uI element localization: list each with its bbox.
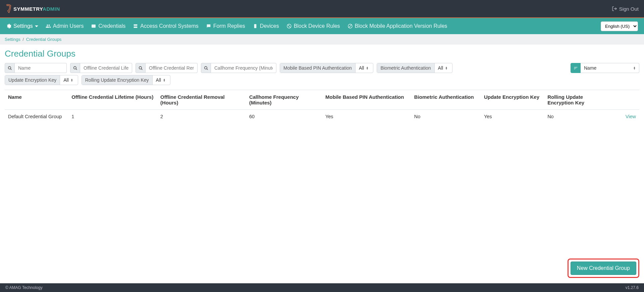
search-icon: [136, 63, 146, 73]
sign-out-label: Sign Out: [619, 6, 639, 12]
breadcrumb: Settings / Credential Groups: [0, 34, 644, 45]
svg-rect-3: [254, 24, 257, 28]
filter-update-key[interactable]: Update Encryption Key All ▲▼: [5, 75, 78, 85]
nav-access-control[interactable]: Access Control Systems: [133, 23, 198, 29]
credential-groups-table: Name Offline Credential Lifetime (Hours)…: [5, 90, 639, 123]
filter-biometric-label: Biometric Authentication: [377, 63, 434, 73]
nav-form-replies-label: Form Replies: [213, 23, 245, 29]
svg-point-8: [8, 66, 11, 69]
cell-rolling-key: No: [544, 110, 614, 124]
cell-offline-removal: 2: [157, 110, 246, 124]
sign-out-icon: [612, 6, 617, 11]
brand-text-a: SYMMETRY: [13, 6, 43, 12]
svg-point-12: [139, 66, 142, 69]
svg-line-7: [348, 24, 352, 27]
svg-line-11: [76, 69, 77, 70]
cell-callhome: 60: [246, 110, 322, 124]
logo-icon: [5, 4, 13, 13]
id-card-icon: [91, 23, 96, 29]
language-select[interactable]: English (US): [601, 21, 638, 31]
cell-biometric: No: [411, 110, 481, 124]
nav-settings-label: Settings: [13, 23, 33, 29]
logo: SYMMETRYADMIN: [5, 4, 60, 13]
filter-rolling-key-value[interactable]: All ▲▼: [153, 75, 170, 85]
nav-devices-label: Devices: [260, 23, 279, 29]
filter-name-input[interactable]: [15, 63, 67, 73]
svg-line-15: [207, 69, 208, 70]
filters-row-2: Update Encryption Key All ▲▼ Rolling Upd…: [5, 75, 639, 85]
sort-select[interactable]: Name ▲▼: [581, 63, 639, 73]
nav-admin-users-label: Admin Users: [53, 23, 84, 29]
filter-rolling-key-label: Rolling Update Encryption Key: [82, 75, 153, 85]
nav-admin-users[interactable]: Admin Users: [46, 23, 84, 29]
svg-rect-0: [92, 24, 96, 27]
sort-arrows-icon: ▲▼: [71, 78, 73, 82]
filter-biometric[interactable]: Biometric Authentication All ▲▼: [377, 63, 452, 73]
filter-name: [5, 63, 67, 73]
filter-rolling-key[interactable]: Rolling Update Encryption Key All ▲▼: [82, 75, 170, 85]
gear-icon: [6, 23, 11, 29]
filter-offline-lifetime-input[interactable]: [80, 63, 132, 73]
filter-offline-removal-input[interactable]: [146, 63, 198, 73]
block-icon: [286, 23, 292, 29]
cell-offline-lifetime: 1: [68, 110, 157, 124]
mobile-icon: [253, 23, 258, 29]
topbar: SYMMETRYADMIN Sign Out: [0, 0, 644, 18]
ban-icon: [347, 23, 353, 29]
sort-control: Name ▲▼: [571, 63, 639, 73]
cell-update-key: Yes: [481, 110, 544, 124]
filters-row-1: Mobile Based PIN Authentication All ▲▼ B…: [5, 63, 639, 73]
sort-arrows-icon: ▲▼: [366, 66, 368, 70]
th-callhome: Callhome Frequency (Minutes): [246, 90, 322, 110]
filter-mobile-pin[interactable]: Mobile Based PIN Authentication All ▲▼: [280, 63, 373, 73]
sort-arrows-icon: ▲▼: [445, 66, 447, 70]
page-title: Credential Groups: [5, 49, 639, 59]
brand-text-b: ADMIN: [43, 6, 60, 12]
th-name: Name: [5, 90, 68, 110]
filter-mobile-pin-label: Mobile Based PIN Authentication: [280, 63, 356, 73]
nav-credentials-label: Credentials: [98, 23, 125, 29]
svg-line-9: [10, 69, 11, 70]
sort-icon[interactable]: [571, 63, 581, 73]
navbar: Settings Admin Users Credentials Access …: [0, 18, 644, 34]
search-icon: [5, 63, 15, 73]
filter-offline-lifetime: [70, 63, 132, 73]
nav-block-mobile-label: Block Mobile Application Version Rules: [355, 23, 447, 29]
filter-biometric-value[interactable]: All ▲▼: [435, 63, 452, 73]
th-update-key: Update Encryption Key: [481, 90, 544, 110]
sort-arrows-icon: ▲▼: [633, 66, 636, 70]
th-rolling-key: Rolling Update Encryption Key: [544, 90, 614, 110]
table-header-row: Name Offline Credential Lifetime (Hours)…: [5, 90, 639, 110]
svg-point-10: [73, 66, 76, 69]
nav-devices[interactable]: Devices: [253, 23, 279, 29]
th-offline-lifetime: Offline Credential Lifetime (Hours): [68, 90, 157, 110]
server-icon: [133, 23, 138, 29]
svg-line-13: [141, 69, 142, 70]
content: Credential Groups Mobile: [0, 45, 644, 150]
svg-point-14: [204, 66, 207, 69]
th-mobile-pin: Mobile Based PIN Authentication: [322, 90, 411, 110]
search-icon: [70, 63, 80, 73]
filter-callhome-input[interactable]: [211, 63, 276, 73]
breadcrumb-current[interactable]: Credential Groups: [26, 37, 62, 42]
users-icon: [46, 23, 51, 29]
caret-down-icon: [35, 25, 38, 29]
nav-block-mobile-rules[interactable]: Block Mobile Application Version Rules: [347, 23, 447, 29]
cell-name: Default Credential Group: [5, 110, 68, 124]
nav-block-device-label: Block Device Rules: [294, 23, 340, 29]
nav-form-replies[interactable]: Form Replies: [206, 23, 245, 29]
chat-icon: [206, 23, 211, 29]
sort-arrows-icon: ▲▼: [163, 78, 165, 82]
nav-access-control-label: Access Control Systems: [140, 23, 198, 29]
filter-mobile-pin-value[interactable]: All ▲▼: [356, 63, 373, 73]
nav-settings[interactable]: Settings: [6, 23, 38, 29]
nav-credentials[interactable]: Credentials: [91, 23, 125, 29]
nav-block-device-rules[interactable]: Block Device Rules: [286, 23, 340, 29]
filter-callhome: [201, 63, 276, 73]
sign-out-link[interactable]: Sign Out: [612, 6, 639, 12]
filter-update-key-value[interactable]: All ▲▼: [60, 75, 78, 85]
view-link[interactable]: View: [626, 114, 636, 119]
th-offline-removal: Offline Credential Removal (Hours): [157, 90, 246, 110]
search-icon: [201, 63, 211, 73]
breadcrumb-settings[interactable]: Settings: [5, 37, 20, 42]
